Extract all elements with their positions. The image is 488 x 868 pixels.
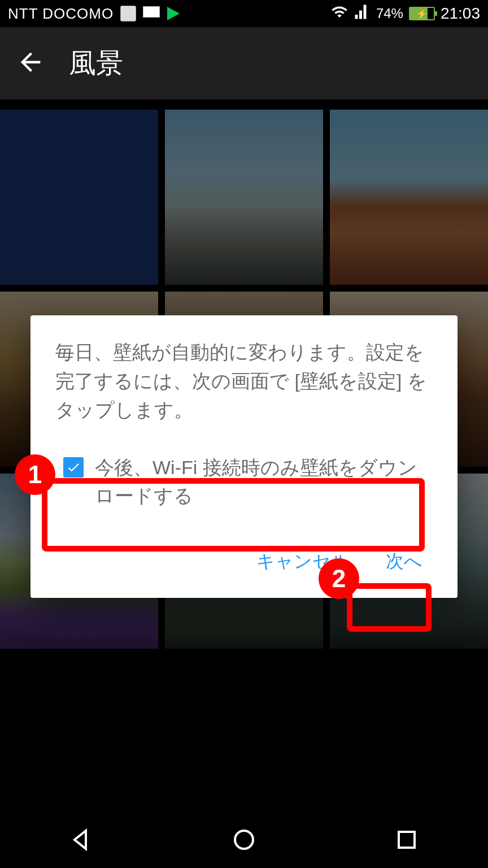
wifi-only-label: 今後、Wi-Fi 接続時のみ壁紙をダウンロードする (95, 454, 425, 510)
wifi-only-option[interactable]: 今後、Wi-Fi 接続時のみ壁紙をダウンロードする (55, 444, 433, 520)
nav-home-button[interactable] (230, 826, 258, 856)
play-store-icon (165, 6, 181, 21)
confirmation-dialog: 毎日、壁紙が自動的に変わります。設定を完了するには、次の画面で [壁紙を設定] … (30, 315, 457, 598)
dialog-layer: 毎日、壁紙が自動的に変わります。設定を完了するには、次の画面で [壁紙を設定] … (0, 99, 488, 814)
battery-icon: ⚡ (409, 7, 435, 20)
back-arrow-icon[interactable] (16, 47, 45, 79)
page-title: 風景 (69, 45, 123, 81)
wifi-icon (331, 3, 348, 24)
gallery-app-icon (120, 6, 136, 21)
checkbox-checked-icon[interactable] (63, 457, 84, 478)
nav-back-button[interactable] (68, 826, 95, 856)
gmail-app-icon (143, 6, 159, 21)
dialog-actions: キャンセル 次へ (55, 539, 433, 584)
svg-point-0 (235, 831, 253, 849)
cancel-button[interactable]: キャンセル (250, 539, 356, 584)
status-bar: NTT DOCOMO 74% ⚡ 21:03 (0, 0, 488, 27)
carrier-label: NTT DOCOMO (8, 5, 114, 23)
svg-rect-1 (399, 832, 415, 848)
next-button[interactable]: 次へ (379, 539, 429, 584)
android-nav-bar (0, 814, 488, 868)
cellular-signal-icon (354, 3, 371, 24)
dialog-message: 毎日、壁紙が自動的に変わります。設定を完了するには、次の画面で [壁紙を設定] … (55, 338, 433, 424)
battery-percent: 74% (376, 6, 403, 21)
nav-recent-button[interactable] (393, 826, 420, 856)
app-header: 風景 (0, 27, 488, 99)
content-area: 毎日、壁紙が自動的に変わります。設定を完了するには、次の画面で [壁紙を設定] … (0, 99, 488, 814)
clock-label: 21:03 (441, 5, 480, 23)
